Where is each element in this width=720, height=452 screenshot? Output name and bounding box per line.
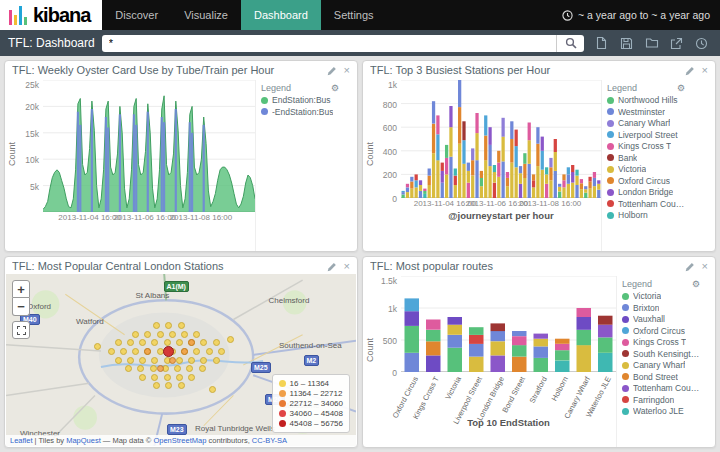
cluster-marker-low[interactable] xyxy=(213,339,220,346)
legend-item[interactable]: Farringdon xyxy=(622,395,700,405)
cluster-marker-low[interactable] xyxy=(139,357,146,364)
legend-item[interactable]: Liverpool Street xyxy=(607,130,685,140)
zoom-out-button[interactable]: − xyxy=(12,298,30,316)
legend-item[interactable]: Bank xyxy=(607,153,685,163)
share-dashboard-button[interactable] xyxy=(666,34,687,53)
cluster-marker-low[interactable] xyxy=(151,357,158,364)
fit-bounds-button[interactable] xyxy=(12,321,30,339)
legend-item[interactable]: Oxford Circus xyxy=(607,176,685,186)
edit-panel-button[interactable] xyxy=(684,261,695,272)
cluster-marker-low[interactable] xyxy=(120,348,127,355)
legend-item[interactable]: Westminster xyxy=(607,107,685,117)
y-tick-label: 500 xyxy=(383,336,397,346)
cluster-marker-low[interactable] xyxy=(193,331,200,338)
cluster-marker-low[interactable] xyxy=(188,357,195,364)
legend-item[interactable]: Victoria xyxy=(607,164,685,174)
legend-item[interactable]: South Kensington xyxy=(622,349,700,359)
area-chart-canvas[interactable] xyxy=(43,80,255,212)
legend-item[interactable]: Victoria xyxy=(622,291,700,301)
cluster-marker-low[interactable] xyxy=(188,374,195,381)
gear-icon[interactable]: ⚙ xyxy=(677,83,685,93)
chart-legend: Legend ⚙ Northwood HillsWestminsterCanar… xyxy=(601,80,690,251)
cluster-marker-low[interactable] xyxy=(200,357,207,364)
cluster-marker-low[interactable] xyxy=(164,374,171,381)
load-dashboard-button[interactable] xyxy=(641,34,662,53)
kibana-logo[interactable]: kibana xyxy=(0,0,102,30)
legend-item[interactable]: Kings Cross T xyxy=(622,337,700,347)
legend-item[interactable]: Waterloo JLE xyxy=(622,406,700,416)
gear-icon[interactable]: ⚙ xyxy=(692,279,700,289)
legend-item[interactable]: EndStation:Bus xyxy=(261,95,339,105)
zoom-in-button[interactable]: + xyxy=(12,280,30,298)
cluster-marker-low[interactable] xyxy=(94,343,101,350)
legend-item[interactable]: Tottenham Court Rd xyxy=(622,383,700,393)
cluster-marker-mid[interactable] xyxy=(169,357,176,364)
legend-item[interactable]: London Bridge xyxy=(607,187,685,197)
edit-panel-button[interactable] xyxy=(326,261,337,272)
map-canvas[interactable]: OxfordSt AlbansChelmsfordWatfordSouthend… xyxy=(6,274,356,446)
edit-panel-button[interactable] xyxy=(326,65,337,76)
leaflet-link[interactable]: Leaflet xyxy=(10,436,33,445)
cluster-marker-low[interactable] xyxy=(139,374,146,381)
map-legend-swatch xyxy=(279,380,286,387)
cluster-marker-low[interactable] xyxy=(199,365,206,372)
cluster-marker-low[interactable] xyxy=(169,331,176,338)
cluster-marker-low[interactable] xyxy=(144,331,151,338)
cluster-marker-low[interactable] xyxy=(151,374,158,381)
legend-item[interactable]: Canary Wharf xyxy=(607,118,685,128)
cluster-marker-low[interactable] xyxy=(178,322,185,329)
cluster-marker-low[interactable] xyxy=(115,339,122,346)
gear-icon[interactable]: ⚙ xyxy=(331,83,339,93)
cluster-marker-low[interactable] xyxy=(115,357,122,364)
nav-item-discover[interactable]: Discover xyxy=(102,0,171,30)
cluster-marker-low[interactable] xyxy=(150,365,157,372)
cluster-marker-low[interactable] xyxy=(157,331,164,338)
nav-item-visualize[interactable]: Visualize xyxy=(171,0,241,30)
cluster-marker-low[interactable] xyxy=(213,357,220,364)
y-tick-label: 400 xyxy=(383,147,397,157)
osm-link[interactable]: OpenStreetMap xyxy=(153,436,206,445)
save-dashboard-button[interactable] xyxy=(616,34,637,53)
time-filter-button[interactable] xyxy=(691,34,712,53)
legend-item[interactable]: Canary Wharf xyxy=(622,360,700,370)
search-button[interactable] xyxy=(556,35,584,52)
mapquest-link[interactable]: MapQuest xyxy=(66,436,101,445)
nav-item-settings[interactable]: Settings xyxy=(321,0,387,30)
legend-item[interactable]: Vauxhall xyxy=(622,314,700,324)
cluster-marker-low[interactable] xyxy=(176,374,183,381)
cluster-marker-low[interactable] xyxy=(178,382,185,389)
cluster-marker-low[interactable] xyxy=(127,357,134,364)
cluster-marker-low[interactable] xyxy=(209,386,216,393)
new-dashboard-button[interactable] xyxy=(591,34,612,53)
legend-item[interactable]: Northwood Hills xyxy=(607,95,685,105)
close-panel-button[interactable]: × xyxy=(702,65,708,76)
cluster-marker-mid[interactable] xyxy=(157,365,164,372)
nav-item-dashboard[interactable]: Dashboard xyxy=(241,0,321,30)
time-range-picker[interactable]: ~ a year ago to ~ a year ago xyxy=(562,0,720,30)
cluster-marker-low[interactable] xyxy=(218,348,225,355)
cluster-marker-low[interactable] xyxy=(108,348,115,355)
legend-item[interactable]: Kings Cross T xyxy=(607,141,685,151)
cluster-marker-low[interactable] xyxy=(176,357,183,364)
bar-chart-canvas[interactable] xyxy=(401,80,601,198)
cluster-marker-low[interactable] xyxy=(181,331,188,338)
legend-item[interactable]: Oxford Circus xyxy=(622,326,700,336)
query-input[interactable] xyxy=(102,35,556,52)
close-panel-button[interactable]: × xyxy=(344,65,350,76)
legend-item[interactable]: Bond Street xyxy=(622,372,700,382)
license-link[interactable]: CC-BY-SA xyxy=(252,436,287,445)
cluster-marker-low[interactable] xyxy=(132,331,139,338)
stacked-bar-chart-canvas[interactable] xyxy=(401,276,616,372)
cluster-marker-mid[interactable] xyxy=(181,348,188,355)
legend-item[interactable]: Brixton xyxy=(622,303,700,313)
cluster-marker-low[interactable] xyxy=(206,348,213,355)
close-panel-button[interactable]: × xyxy=(702,261,708,272)
close-panel-button[interactable]: × xyxy=(344,261,350,272)
cluster-marker-low[interactable] xyxy=(132,348,139,355)
panel-title: TFL: Most Popular Central London Station… xyxy=(12,260,319,272)
cluster-marker-low[interactable] xyxy=(227,336,234,343)
edit-panel-button[interactable] xyxy=(684,65,695,76)
legend-item[interactable]: Holborn xyxy=(607,210,685,220)
legend-item[interactable]: Tottenham Court Rd xyxy=(607,199,685,209)
legend-item[interactable]: -EndStation:Bus xyxy=(261,107,339,117)
